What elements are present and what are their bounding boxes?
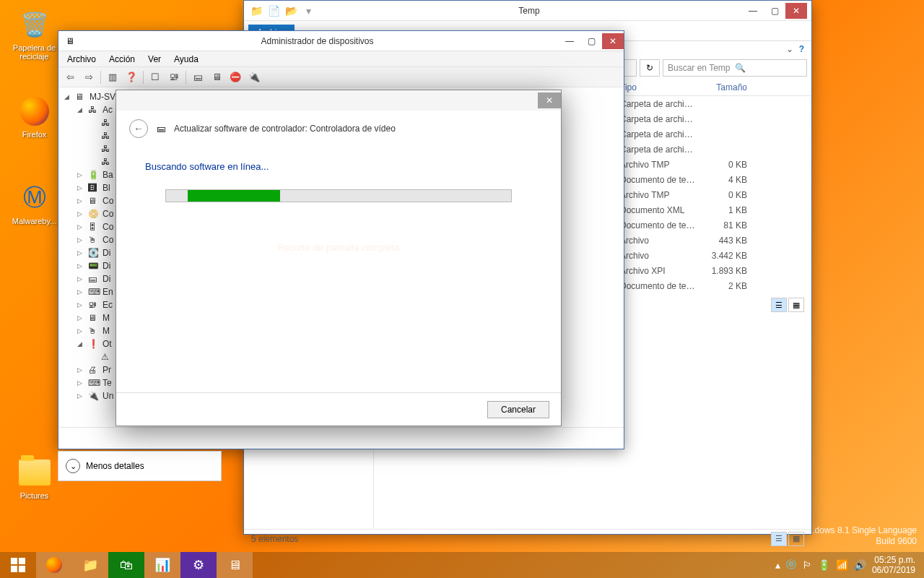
firefox-desktop-icon[interactable]: Firefox — [7, 94, 61, 139]
icon-label: Malwareby... — [7, 217, 61, 225]
folder-small-icon[interactable]: 📁 — [248, 3, 264, 19]
ribbon-dropdown-icon[interactable]: ⌄ — [786, 44, 793, 54]
fewer-details-label: Menos detalles — [86, 461, 144, 471]
tree-item-label: Di — [103, 248, 110, 258]
show-hidden-icons[interactable]: ▴ — [775, 559, 780, 571]
properties-button[interactable]: ☐ — [147, 69, 164, 85]
update-driver-wizard: ✕ ← 🖴 Actualizar software de controlador… — [116, 90, 562, 426]
expand-icon[interactable]: ▷ — [77, 379, 85, 387]
maximize-button[interactable]: ▢ — [580, 33, 602, 49]
malwarebytes-desktop-icon[interactable]: Ⓜ Malwareby... — [7, 181, 61, 225]
expand-icon[interactable]: ▷ — [77, 262, 85, 269]
expand-icon[interactable]: ▷ — [77, 314, 85, 322]
folder-icon — [17, 455, 52, 490]
cancel-button[interactable]: Cancelar — [487, 401, 549, 418]
maximize-button[interactable]: ▢ — [764, 3, 785, 19]
action-center-icon[interactable]: 🏳 — [802, 559, 812, 571]
icons-view-button[interactable]: ▦ — [788, 532, 804, 546]
taskbar-store[interactable]: 🛍 — [108, 552, 144, 578]
close-button[interactable]: ✕ — [602, 33, 624, 49]
menu-ver[interactable]: Ver — [142, 53, 167, 66]
col-size[interactable]: Tamaño — [701, 82, 753, 92]
wizard-title: Actualizar software de controlador: Cont… — [174, 124, 396, 134]
menu-ayuda[interactable]: Ayuda — [168, 53, 204, 66]
taskbar-settings[interactable]: ⚙ — [180, 552, 217, 578]
refresh-button[interactable]: ↻ — [640, 59, 660, 77]
expand-icon[interactable]: ▷ — [77, 366, 85, 374]
icon-label: Papelera de reciclaje — [7, 43, 61, 61]
expand-icon[interactable]: ▷ — [77, 171, 85, 178]
taskbar-taskmgr[interactable]: 📊 — [144, 552, 180, 578]
device-icon: 📟 — [88, 261, 100, 271]
expand-icon[interactable]: ▷ — [77, 288, 85, 296]
close-button[interactable]: ✕ — [785, 3, 807, 19]
device-icon: ❗ — [88, 339, 100, 349]
tree-item-label: Pr — [103, 365, 111, 375]
col-type[interactable]: Tipo — [614, 82, 701, 92]
search-input[interactable]: Buscar en Temp 🔍 — [663, 59, 807, 77]
collapse-icon[interactable]: ◢ — [64, 93, 72, 100]
back-button[interactable]: ⇦ — [61, 69, 79, 85]
details-view-button[interactable]: ☰ — [771, 532, 787, 546]
expand-icon[interactable]: ▷ — [77, 392, 85, 400]
forward-button[interactable]: ⇨ — [80, 69, 97, 85]
expand-icon[interactable]: ▷ — [77, 327, 85, 335]
expand-icon[interactable]: ▷ — [77, 210, 85, 217]
help-button[interactable]: ❓ — [123, 69, 140, 85]
device-icon: 🔋 — [88, 170, 100, 180]
device-icon: 🖱 — [88, 326, 100, 336]
device-icon: 🖱 — [88, 235, 100, 245]
scan-button[interactable]: 🖳 — [165, 69, 183, 85]
device-icon: 🎛 — [88, 222, 100, 232]
expand-icon[interactable]: ▷ — [77, 236, 85, 243]
chevron-down-icon: ⌄ — [66, 459, 80, 473]
expand-icon[interactable]: ◢ — [77, 106, 85, 113]
expand-icon[interactable]: ▷ — [77, 184, 85, 191]
computer-icon: 🖥 — [75, 92, 87, 102]
minimize-button[interactable]: — — [559, 33, 580, 49]
expand-icon[interactable]: ▷ — [77, 275, 85, 282]
device-icon: 🖴 — [88, 274, 100, 284]
edge-icon[interactable]: ⓔ — [786, 558, 796, 571]
enable-button[interactable]: 🔌 — [245, 69, 263, 85]
device-icon: 🖴 — [157, 124, 165, 134]
tree-item-label: M — [103, 326, 110, 336]
menu-archivo[interactable]: Archivo — [61, 53, 102, 66]
window-controls: — ▢ ✕ — [742, 3, 807, 19]
new-file-icon[interactable]: 📄 — [266, 3, 282, 19]
folder-open-icon[interactable]: 📂 — [283, 3, 299, 19]
icons-view-button[interactable]: ▦ — [788, 298, 804, 312]
show-hide-tree-button[interactable]: ▥ — [104, 69, 121, 85]
device-icon: 📀 — [88, 209, 100, 219]
start-button[interactable] — [0, 552, 36, 578]
recycle-bin-icon[interactable]: 🗑️ Papelera de reciclaje — [7, 7, 61, 61]
expand-icon[interactable]: ▷ — [77, 197, 85, 204]
tree-item-label: Un — [103, 391, 113, 401]
menu-bar: Archivo Acción Ver Ayuda — [58, 51, 624, 67]
minimize-button[interactable]: — — [742, 3, 764, 19]
clock[interactable]: 05:25 p.m. 06/07/2019 — [872, 555, 918, 576]
fewer-details-toggle[interactable]: ⌄ Menos detalles — [58, 451, 222, 481]
close-button[interactable]: ✕ — [538, 92, 561, 108]
menu-accion[interactable]: Acción — [103, 53, 141, 66]
uninstall-button[interactable]: 🖥 — [208, 69, 225, 85]
wifi-icon[interactable]: 📶 — [836, 559, 848, 571]
pictures-folder-icon[interactable]: Pictures — [7, 455, 61, 500]
update-driver-button[interactable]: 🖴 — [189, 69, 206, 85]
details-view-button[interactable]: ☰ — [771, 298, 787, 312]
back-button[interactable]: ← — [129, 119, 148, 138]
battery-icon[interactable]: 🔋 — [818, 559, 830, 571]
expand-icon[interactable]: ◢ — [77, 340, 85, 348]
expand-icon[interactable]: ▷ — [77, 223, 85, 230]
expand-icon[interactable]: ▷ — [77, 301, 85, 309]
search-icon: 🔍 — [735, 63, 802, 73]
disable-button[interactable]: ⛔ — [227, 69, 244, 85]
devmgr-status — [58, 427, 624, 447]
taskbar-devmgr[interactable]: 🖥 — [217, 552, 253, 578]
toolbar: ⇦ ⇨ ▥ ❓ ☐ 🖳 🖴 🖥 ⛔ 🔌 — [58, 67, 624, 87]
taskbar-firefox[interactable] — [36, 552, 72, 578]
help-icon[interactable]: ? — [799, 44, 804, 54]
taskbar-explorer[interactable]: 📁 — [72, 552, 108, 578]
volume-icon[interactable]: 🔊 — [854, 559, 866, 571]
expand-icon[interactable]: ▷ — [77, 249, 85, 256]
